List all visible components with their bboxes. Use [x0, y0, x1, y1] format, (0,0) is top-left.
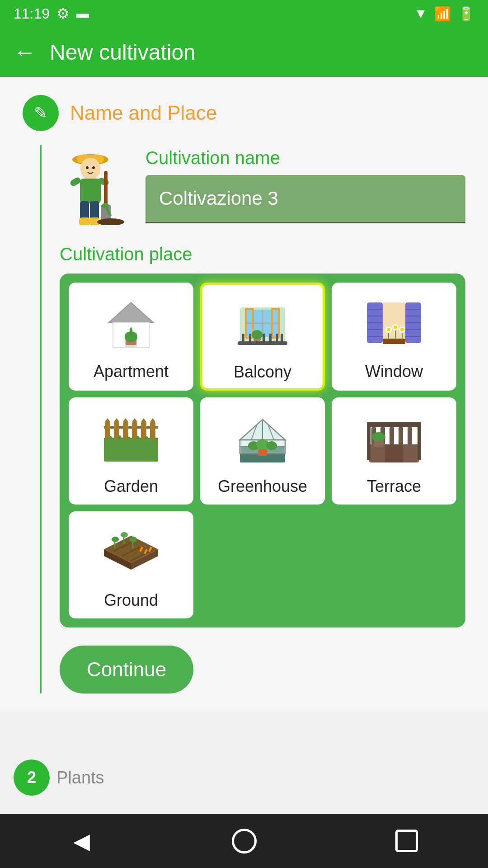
- name-field-area: Cultivation name: [145, 148, 465, 223]
- cultivation-name-section: Cultivation name: [60, 145, 465, 226]
- back-button[interactable]: ←: [14, 41, 36, 63]
- svg-rect-29: [249, 334, 251, 345]
- nav-recents-button[interactable]: [389, 823, 425, 859]
- svg-point-52: [387, 328, 390, 331]
- place-item-greenhouse[interactable]: Greenhouse: [200, 397, 325, 505]
- svg-point-36: [252, 330, 263, 339]
- status-bar: 11:19 ⚙ ▬ ▼ 📶 🔋: [0, 0, 488, 27]
- nav-bar: ◀: [0, 814, 488, 868]
- greenhouse-icon: [226, 408, 299, 472]
- place-item-ground[interactable]: Ground: [69, 511, 193, 618]
- svg-point-106: [112, 537, 119, 542]
- svg-point-3: [86, 166, 89, 169]
- step2-hint: 2 Plants: [14, 760, 104, 796]
- app-bar-title: New cultivation: [50, 40, 196, 65]
- svg-rect-89: [367, 422, 421, 427]
- cultivation-place-label: Cultivation place: [60, 244, 192, 264]
- svg-rect-5: [80, 179, 101, 203]
- svg-marker-73: [150, 418, 155, 422]
- greenhouse-label: Greenhouse: [218, 477, 307, 496]
- svg-rect-32: [269, 334, 272, 345]
- nav-back-icon: ◀: [73, 828, 90, 854]
- svg-marker-63: [105, 418, 110, 422]
- svg-point-4: [92, 166, 95, 169]
- svg-rect-87: [258, 449, 267, 456]
- svg-rect-34: [281, 334, 283, 345]
- svg-point-107: [121, 532, 128, 538]
- terrace-label: Terrace: [367, 477, 421, 496]
- battery-icon: 🔋: [458, 6, 474, 22]
- garden-icon: [95, 408, 167, 472]
- garden-label: Garden: [104, 477, 158, 496]
- apartment-label: Apartment: [94, 362, 169, 381]
- place-grid-row2: Garden: [69, 397, 456, 505]
- svg-marker-69: [132, 418, 137, 422]
- svg-rect-28: [242, 334, 244, 345]
- svg-rect-94: [408, 427, 412, 444]
- nav-recents-icon: [395, 830, 418, 852]
- sim-icon: ▬: [76, 6, 89, 21]
- svg-rect-6: [69, 176, 82, 187]
- svg-marker-16: [108, 302, 154, 323]
- svg-rect-99: [385, 444, 403, 462]
- place-item-garden[interactable]: Garden: [69, 397, 193, 505]
- step2-circle: 2: [14, 760, 50, 796]
- step-content: Cultivation name Cultivation place: [60, 145, 465, 693]
- place-grid-row1: Apartment: [69, 283, 456, 391]
- ground-label: Ground: [104, 591, 158, 610]
- svg-rect-10: [79, 217, 90, 225]
- cultivation-place-section: Cultivation place: [60, 244, 465, 627]
- cultivation-name-input[interactable]: [145, 175, 465, 223]
- svg-marker-65: [114, 418, 119, 422]
- svg-rect-74: [104, 439, 158, 462]
- nav-back-button[interactable]: ◀: [63, 823, 99, 859]
- balcony-icon: [226, 294, 299, 357]
- place-grid-row3: Ground: [69, 511, 456, 618]
- ground-icon: [95, 522, 167, 585]
- terrace-icon: [358, 408, 430, 472]
- main-area: Cultivation name Cultivation place: [23, 145, 465, 693]
- svg-rect-31: [263, 334, 265, 345]
- pencil-icon: ✎: [34, 104, 47, 123]
- window-icon: [358, 293, 430, 357]
- app-bar: ← New cultivation: [0, 27, 488, 77]
- settings-icon: ⚙: [56, 5, 70, 22]
- place-item-apartment[interactable]: Apartment: [69, 283, 193, 391]
- place-item-balcony[interactable]: Balcony: [200, 283, 325, 391]
- step1-circle: ✎: [23, 95, 59, 131]
- step1-header: ✎ Name and Place: [23, 95, 465, 131]
- signal-icon: 📶: [434, 6, 451, 22]
- window-label: Window: [365, 362, 423, 381]
- wifi-icon: ▼: [414, 6, 427, 21]
- balcony-label: Balcony: [234, 363, 291, 382]
- time-display: 11:19: [14, 5, 50, 22]
- svg-point-56: [400, 328, 404, 331]
- cultivation-name-label: Cultivation name: [145, 148, 465, 168]
- step1-label: Name and Place: [70, 102, 217, 124]
- main-content: ✎ Name and Place: [0, 77, 488, 712]
- svg-point-86: [266, 441, 277, 450]
- continue-button[interactable]: Continue: [60, 646, 193, 693]
- apartment-icon: [95, 293, 167, 357]
- place-item-terrace[interactable]: Terrace: [332, 397, 456, 505]
- svg-point-15: [102, 203, 109, 208]
- nav-home-button[interactable]: [226, 823, 262, 859]
- svg-point-54: [394, 326, 397, 329]
- svg-point-98: [372, 432, 385, 441]
- svg-rect-95: [367, 422, 371, 460]
- svg-rect-92: [389, 427, 394, 444]
- svg-point-2: [80, 158, 100, 179]
- place-item-window[interactable]: Window: [332, 283, 456, 391]
- step2-label: Plants: [56, 768, 104, 788]
- svg-rect-96: [418, 422, 421, 460]
- svg-marker-67: [123, 418, 128, 422]
- svg-rect-33: [276, 334, 278, 345]
- svg-marker-71: [141, 418, 146, 422]
- nav-home-icon: [232, 829, 257, 854]
- svg-point-108: [130, 537, 137, 542]
- step-vertical-line: [40, 145, 42, 693]
- farmer-illustration: [60, 145, 132, 226]
- svg-rect-93: [399, 427, 403, 444]
- step2-number: 2: [27, 768, 36, 787]
- place-grid-container: Apartment: [60, 274, 465, 627]
